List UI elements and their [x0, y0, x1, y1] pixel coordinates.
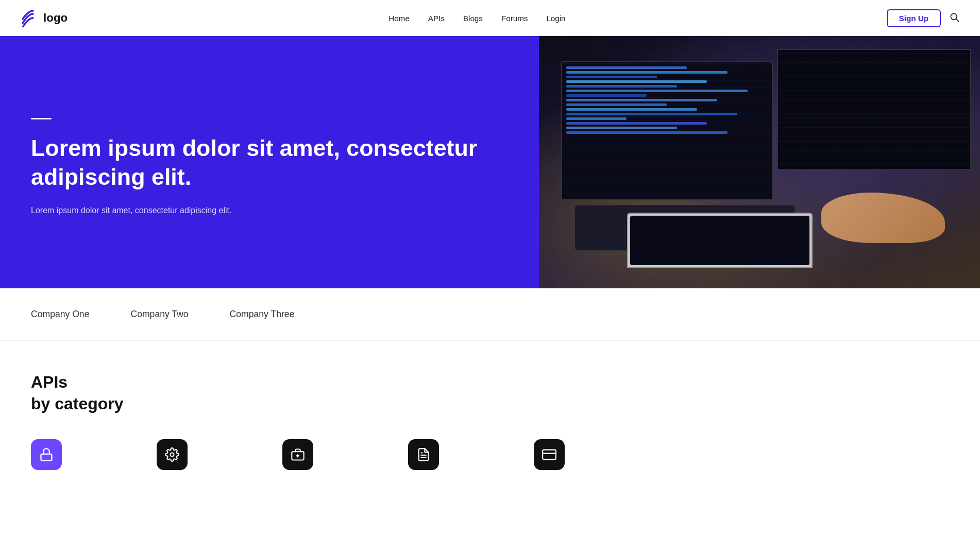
api-card-search-icon [157, 439, 188, 470]
navbar: logo Home APIs Blogs Forums Login Sign U… [0, 0, 980, 36]
apis-heading-line2: by category [31, 393, 949, 415]
api-cards [31, 435, 949, 480]
hero-subtitle: Lorem ipsum dolor sit amet, consectetur … [31, 204, 508, 217]
apis-heading: APIs by category [31, 372, 949, 414]
nav-blogs[interactable]: Blogs [463, 14, 483, 23]
api-card-payments-icon [534, 439, 565, 470]
api-card-store[interactable] [282, 435, 396, 480]
search-button[interactable] [949, 12, 959, 25]
logo-text: logo [43, 11, 67, 25]
laptop [627, 213, 812, 268]
nav-forums[interactable]: Forums [501, 14, 528, 23]
api-card-search[interactable] [157, 435, 270, 480]
code-lines [562, 62, 772, 140]
company-one: Company One [31, 309, 89, 320]
svg-line-1 [956, 19, 958, 21]
nav-home[interactable]: Home [388, 14, 410, 23]
monitor-left [561, 61, 773, 200]
hero-content: Lorem ipsum dolor sit amet, consectetur … [0, 36, 539, 288]
nav-links: Home APIs Blogs Forums Login [388, 14, 565, 23]
nav-login[interactable]: Login [546, 14, 565, 23]
api-card-payments[interactable] [534, 435, 647, 480]
svg-rect-9 [543, 450, 556, 460]
document-icon [416, 447, 431, 462]
laptop-screen [630, 216, 809, 265]
api-card-documents[interactable] [408, 435, 521, 480]
signup-button[interactable]: Sign Up [887, 9, 941, 27]
logo-icon [21, 9, 39, 27]
lock-icon [39, 447, 54, 462]
api-card-documents-icon [408, 439, 439, 470]
monitor-right [777, 49, 971, 170]
credit-card-icon [542, 447, 556, 462]
companies-section: Company One Company Two Company Three [0, 288, 980, 341]
search-icon [949, 12, 959, 22]
nav-apis[interactable]: APIs [428, 14, 445, 23]
logo[interactable]: logo [21, 9, 67, 27]
svg-rect-2 [41, 454, 52, 461]
svg-point-0 [951, 13, 957, 20]
apis-heading-line1: APIs [31, 372, 949, 393]
hero-accent-line [31, 118, 52, 119]
company-three: Company Three [230, 309, 295, 320]
apis-section: APIs by category [0, 341, 980, 501]
api-card-store-icon [282, 439, 313, 470]
hero-image [539, 36, 980, 288]
nav-actions: Sign Up [887, 9, 959, 27]
company-two: Company Two [130, 309, 188, 320]
api-card-auth[interactable] [31, 435, 144, 480]
hero-title: Lorem ipsum dolor sit amet, consectetur … [31, 134, 508, 192]
hero-section: Lorem ipsum dolor sit amet, consectetur … [0, 36, 980, 288]
gear-search-icon [165, 447, 179, 462]
store-icon [291, 447, 305, 462]
api-card-auth-icon [31, 439, 62, 470]
svg-point-3 [171, 453, 174, 457]
